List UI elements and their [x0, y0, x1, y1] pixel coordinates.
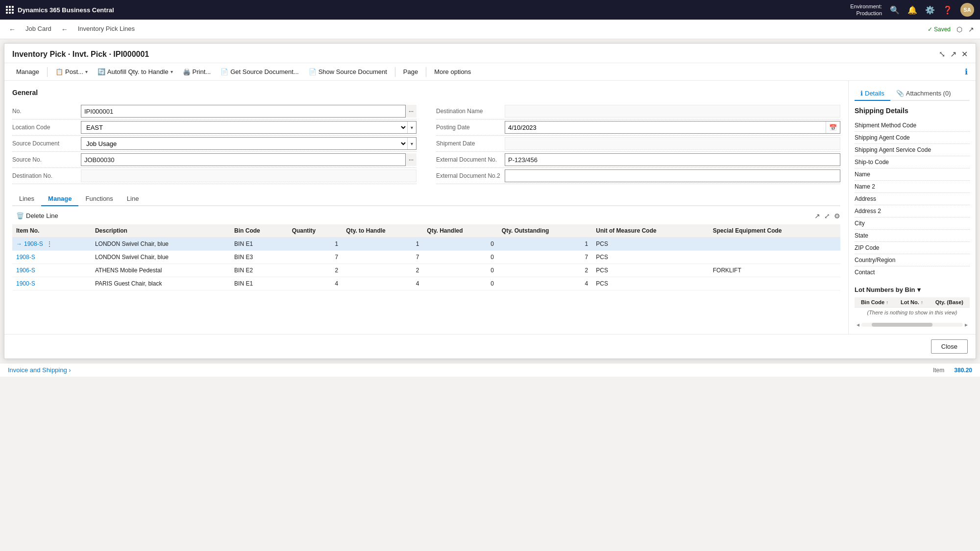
table-cell-itemNo[interactable]: 1906-S — [12, 264, 91, 277]
table-cell-qtyOutstanding[interactable]: 4 — [498, 277, 592, 290]
source-doc-dropdown-icon[interactable]: ▾ — [407, 138, 416, 149]
table-cell-qtyOutstanding[interactable]: 7 — [498, 251, 592, 264]
table-cell-qtyHandled[interactable]: 0 — [423, 264, 498, 277]
table-row[interactable]: 1908-SLONDON Swivel Chair, blueBIN E3770… — [12, 251, 840, 264]
table-cell-specialEquipmentCode[interactable] — [709, 238, 840, 251]
posting-date-calendar-icon[interactable]: 📅 — [826, 121, 840, 133]
info-icon[interactable]: ℹ — [965, 67, 968, 76]
table-row[interactable]: 1906-SATHENS Mobile PedestalBIN E22202PC… — [12, 264, 840, 277]
table-cell-qtyToHandle[interactable]: 2 — [342, 264, 423, 277]
tab-functions[interactable]: Functions — [78, 192, 120, 206]
scroll-left-arrow[interactable]: ◂ — [855, 321, 861, 328]
post-button[interactable]: 📋 Post... ▾ — [51, 66, 92, 77]
table-cell-description[interactable]: LONDON Swivel Chair, blue — [91, 251, 230, 264]
panel-tab-attachments[interactable]: 📎 Attachments (0) — [890, 87, 957, 101]
lines-settings-icon[interactable]: ⚙ — [834, 212, 840, 220]
item-no-link[interactable]: 1908-S — [24, 240, 43, 247]
autofill-button[interactable]: 🔄 Autofill Qty. to Handle ▾ — [94, 66, 177, 77]
external-doc-no-input[interactable] — [505, 153, 840, 166]
shipping-field-name2[interactable]: Name 2 — [855, 181, 970, 193]
source-no-ellipsis-btn[interactable]: ··· — [405, 153, 416, 166]
table-cell-qtyHandled[interactable]: 0 — [423, 238, 498, 251]
notification-icon[interactable]: 🔔 — [907, 5, 917, 15]
table-cell-itemNo[interactable]: 1900-S — [12, 277, 91, 290]
shipment-date-field[interactable] — [505, 137, 840, 150]
shipping-field-address2[interactable]: Address 2 — [855, 205, 970, 217]
help-icon[interactable]: ❓ — [943, 5, 953, 15]
location-code-select[interactable]: EAST — [81, 121, 407, 133]
dialog-expand-icon[interactable]: ↗ — [950, 49, 956, 59]
table-cell-binCode[interactable]: BIN E1 — [230, 238, 288, 251]
table-row[interactable]: →1908-S ⋮ LONDON Swivel Chair, blueBIN E… — [12, 238, 840, 251]
table-cell-binCode[interactable]: BIN E1 — [230, 277, 288, 290]
row-menu-btn[interactable]: ⋮ — [43, 240, 54, 247]
external-doc-no2-input[interactable] — [505, 169, 840, 182]
lines-external-icon[interactable]: ↗ — [814, 212, 820, 220]
table-cell-qtyToHandle[interactable]: 4 — [342, 277, 423, 290]
tab-job-card[interactable]: Job Card — [21, 20, 56, 39]
posting-date-input[interactable] — [505, 122, 826, 133]
print-button[interactable]: 🖨️ Print... — [179, 66, 215, 77]
table-cell-description[interactable]: LONDON Swivel Chair, blue — [91, 238, 230, 251]
table-cell-quantity[interactable]: 1 — [288, 238, 343, 251]
user-avatar[interactable]: SA — [960, 3, 974, 17]
table-cell-unitOfMeasureCode[interactable]: PCS — [592, 238, 709, 251]
app-launcher[interactable]: Dynamics 365 Business Central — [6, 6, 114, 14]
table-cell-qtyOutstanding[interactable]: 1 — [498, 238, 592, 251]
destination-no-field[interactable] — [81, 169, 416, 182]
item-no-link[interactable]: 1900-S — [16, 280, 35, 287]
show-source-button[interactable]: 📄 Show Source Document — [305, 66, 391, 77]
table-cell-quantity[interactable]: 2 — [288, 264, 343, 277]
table-cell-qtyOutstanding[interactable]: 2 — [498, 264, 592, 277]
shipping-field-name[interactable]: Name — [855, 168, 970, 181]
tab-manage[interactable]: Manage — [41, 192, 78, 206]
lot-collapse-icon[interactable]: ▾ — [917, 286, 921, 293]
settings-icon[interactable]: ⚙️ — [925, 5, 935, 15]
no-input[interactable] — [81, 105, 405, 118]
search-icon[interactable]: 🔍 — [890, 5, 900, 15]
table-cell-quantity[interactable]: 7 — [288, 251, 343, 264]
shipping-field-shipment-method[interactable]: Shipment Method Code — [855, 120, 970, 132]
tab-lines[interactable]: Lines — [12, 192, 41, 206]
tab-expand-icon[interactable]: ⬡ — [956, 25, 962, 33]
invoice-section-link[interactable]: Invoice and Shipping › — [8, 366, 71, 374]
table-cell-quantity[interactable]: 4 — [288, 277, 343, 290]
manage-button[interactable]: Manage — [12, 66, 43, 77]
item-no-link[interactable]: 1906-S — [16, 267, 35, 274]
back-arrow-1[interactable]: ← — [6, 25, 19, 33]
shipping-field-agent-service[interactable]: Shipping Agent Service Code — [855, 144, 970, 156]
dialog-close-icon[interactable]: ✕ — [961, 49, 968, 59]
table-cell-unitOfMeasureCode[interactable]: PCS — [592, 264, 709, 277]
table-cell-qtyToHandle[interactable]: 1 — [342, 238, 423, 251]
shipping-field-zip[interactable]: ZIP Code — [855, 242, 970, 254]
get-source-button[interactable]: 📄 Get Source Document... — [217, 66, 302, 77]
table-cell-description[interactable]: ATHENS Mobile Pedestal — [91, 264, 230, 277]
table-cell-specialEquipmentCode[interactable]: FORKLIFT — [709, 264, 840, 277]
page-button[interactable]: Page — [399, 66, 422, 77]
table-cell-binCode[interactable]: BIN E2 — [230, 264, 288, 277]
shipping-field-state[interactable]: State — [855, 230, 970, 242]
tab-external-icon[interactable]: ↗ — [968, 25, 974, 33]
table-cell-qtyHandled[interactable]: 0 — [423, 277, 498, 290]
scrollbar-thumb[interactable] — [872, 323, 932, 327]
delete-line-button[interactable]: 🗑️ Delete Line — [12, 210, 62, 221]
dialog-minimize-icon[interactable]: ⤡ — [939, 49, 945, 59]
scroll-right-arrow[interactable]: ▸ — [963, 321, 970, 328]
location-dropdown-icon[interactable]: ▾ — [407, 121, 416, 133]
table-row[interactable]: 1900-SPARIS Guest Chair, blackBIN E14404… — [12, 277, 840, 290]
shipping-field-agent-code[interactable]: Shipping Agent Code — [855, 132, 970, 144]
autofill-dropdown-icon[interactable]: ▾ — [171, 69, 173, 74]
table-cell-binCode[interactable]: BIN E3 — [230, 251, 288, 264]
table-cell-description[interactable]: PARIS Guest Chair, black — [91, 277, 230, 290]
source-no-input[interactable] — [81, 153, 405, 166]
shipping-field-country[interactable]: Country/Region — [855, 254, 970, 266]
tab-line[interactable]: Line — [120, 192, 146, 206]
source-document-select[interactable]: Job Usage — [81, 138, 407, 149]
panel-tab-details[interactable]: ℹ Details — [855, 87, 890, 101]
table-cell-qtyHandled[interactable]: 0 — [423, 251, 498, 264]
table-cell-itemNo[interactable]: →1908-S ⋮ — [12, 238, 91, 251]
shipping-field-contact[interactable]: Contact — [855, 266, 970, 278]
close-button[interactable]: Close — [931, 339, 968, 354]
table-cell-qtyToHandle[interactable]: 7 — [342, 251, 423, 264]
shipping-field-city[interactable]: City — [855, 217, 970, 230]
